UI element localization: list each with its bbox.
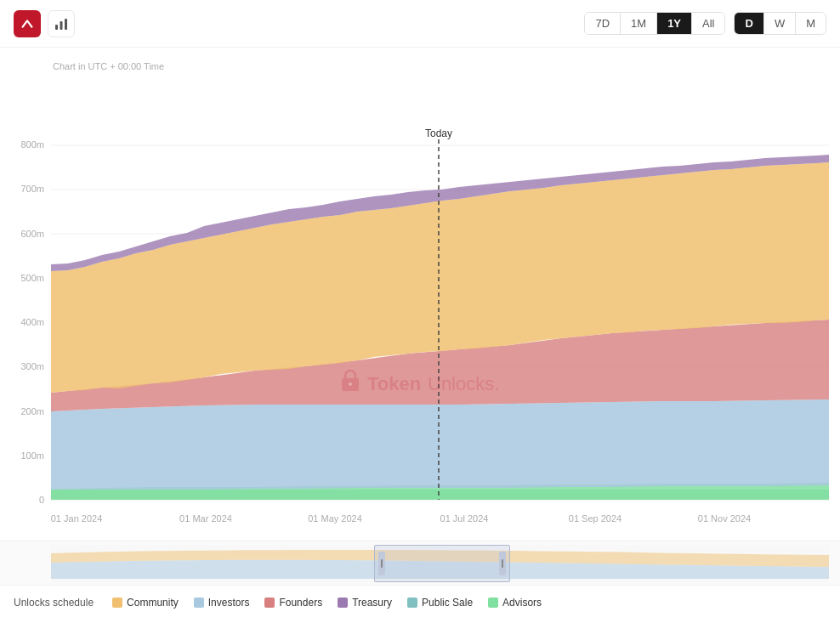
legend-label-founders: Founders: [279, 597, 322, 609]
legend-label-investors: Investors: [208, 597, 250, 609]
svg-text:800m: 800m: [20, 139, 44, 150]
svg-rect-2: [65, 19, 67, 30]
legend-item-founders: Founders: [264, 597, 322, 609]
nav-right-handle[interactable]: [499, 552, 506, 575]
svg-text:01 Mar 2024: 01 Mar 2024: [179, 513, 232, 524]
legend-label-public-sale: Public Sale: [422, 597, 473, 609]
chart-container: Chart in UTC + 00:00 Time 800m 700m 600m…: [0, 48, 840, 541]
svg-rect-0: [55, 25, 58, 30]
toolbar-left: [14, 10, 75, 37]
svg-text:Token: Token: [367, 373, 421, 394]
legend-item-advisors: Advisors: [488, 597, 542, 609]
svg-text:0: 0: [39, 495, 44, 505]
legend-item-investors: Investors: [194, 597, 250, 609]
chart-utc-label: Chart in UTC + 00:00 Time: [53, 61, 164, 71]
svg-text:Unlocks.: Unlocks.: [428, 373, 499, 394]
nav-left-handle[interactable]: [378, 552, 385, 575]
svg-text:01 Jan 2024: 01 Jan 2024: [51, 513, 103, 524]
legend-label-community: Community: [127, 597, 179, 609]
navigator[interactable]: [0, 541, 840, 585]
bar-chart-icon[interactable]: [48, 10, 75, 37]
chart-svg: 800m 700m 600m 500m 400m 300m 200m 100m …: [0, 56, 840, 549]
navigator-handle[interactable]: [374, 545, 510, 582]
svg-text:100m: 100m: [20, 450, 44, 461]
svg-text:300m: 300m: [20, 361, 44, 371]
legend-label-treasury: Treasury: [352, 597, 392, 609]
svg-text:Today: Today: [425, 127, 452, 139]
btn-1y[interactable]: 1Y: [657, 13, 692, 34]
svg-text:400m: 400m: [20, 317, 44, 327]
legend-item-treasury: Treasury: [338, 597, 392, 609]
legend-item-public-sale: Public Sale: [407, 597, 473, 609]
time-range-group: 7D 1M 1Y All: [584, 12, 725, 35]
btn-7d[interactable]: 7D: [585, 13, 621, 34]
legend-dot-advisors: [488, 598, 498, 608]
btn-all[interactable]: All: [692, 13, 724, 34]
interval-group: D W M: [734, 12, 826, 35]
svg-text:01 Sep 2024: 01 Sep 2024: [569, 513, 621, 524]
svg-text:200m: 200m: [20, 406, 44, 416]
legend-label-advisors: Advisors: [502, 597, 542, 609]
btn-1m[interactable]: 1M: [621, 13, 657, 34]
svg-point-30: [349, 382, 352, 386]
svg-text:500m: 500m: [20, 273, 44, 283]
btn-m[interactable]: M: [796, 13, 826, 34]
svg-text:01 May 2024: 01 May 2024: [308, 513, 362, 524]
legend-title: Unlocks schedule: [14, 597, 94, 609]
legend: Unlocks schedule Community Investors Fou…: [0, 585, 840, 619]
legend-item-community: Community: [112, 597, 179, 609]
legend-dot-founders: [264, 598, 275, 608]
svg-rect-1: [60, 21, 63, 30]
legend-dot-investors: [194, 598, 204, 608]
toolbar: 7D 1M 1Y All D W M: [0, 0, 840, 48]
legend-dot-treasury: [338, 598, 348, 608]
svg-text:600m: 600m: [20, 229, 44, 239]
legend-dot-public-sale: [407, 598, 417, 608]
logo-icon[interactable]: [14, 10, 41, 37]
legend-dot-community: [112, 598, 122, 608]
btn-d[interactable]: D: [735, 13, 763, 34]
svg-text:01 Nov 2024: 01 Nov 2024: [698, 513, 751, 524]
btn-w[interactable]: W: [764, 13, 796, 34]
svg-text:700m: 700m: [20, 184, 44, 194]
toolbar-right: 7D 1M 1Y All D W M: [584, 12, 826, 35]
svg-text:01 Jul 2024: 01 Jul 2024: [440, 513, 489, 524]
